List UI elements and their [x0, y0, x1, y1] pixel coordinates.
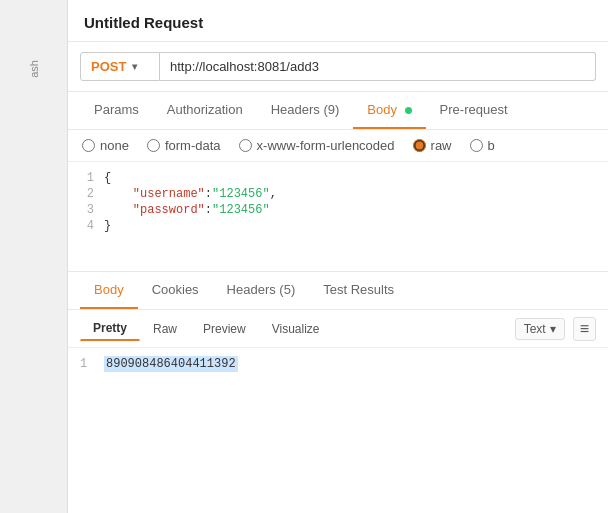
fmt-raw[interactable]: Raw	[140, 317, 190, 341]
response-tabs-row: Body Cookies Headers (5) Test Results	[68, 272, 608, 310]
tab-headers[interactable]: Headers (9)	[257, 92, 354, 129]
tab-body[interactable]: Body	[353, 92, 425, 129]
resp-output-value: 890908486404411392	[104, 356, 238, 372]
tab-pre-request[interactable]: Pre-request	[426, 92, 522, 129]
resp-tab-test-results[interactable]: Test Results	[309, 272, 408, 309]
code-line-3: 3 "password":"123456"	[68, 202, 608, 218]
code-line-4: 4 }	[68, 218, 608, 234]
response-output-row: 1 890908486404411392	[68, 348, 608, 380]
radio-none[interactable]: none	[82, 138, 129, 153]
resp-line-num: 1	[80, 357, 104, 371]
code-editor[interactable]: 1 { 2 "username":"123456", 3 "password":…	[68, 162, 608, 272]
method-dropdown[interactable]: POST ▾	[80, 52, 160, 81]
tabs-row: Params Authorization Headers (9) Body Pr…	[68, 92, 608, 130]
sidebar: ash	[0, 0, 68, 513]
text-format-label: Text	[524, 322, 546, 336]
chevron-down-icon: ▾	[132, 61, 137, 72]
tab-authorization[interactable]: Authorization	[153, 92, 257, 129]
main-content: Untitled Request POST ▾ Params Authoriza…	[68, 0, 608, 380]
body-type-row: none form-data x-www-form-urlencoded raw…	[68, 130, 608, 162]
tab-params[interactable]: Params	[80, 92, 153, 129]
radio-raw[interactable]: raw	[413, 138, 452, 153]
url-row: POST ▾	[68, 42, 608, 92]
resp-tab-body[interactable]: Body	[80, 272, 138, 309]
radio-binary[interactable]: b	[470, 138, 495, 153]
code-line-2: 2 "username":"123456",	[68, 186, 608, 202]
page-title: Untitled Request	[84, 14, 592, 31]
resp-tab-cookies[interactable]: Cookies	[138, 272, 213, 309]
code-line-1: 1 {	[68, 170, 608, 186]
format-row: Pretty Raw Preview Visualize Text ▾ ≡	[68, 310, 608, 348]
fmt-pretty[interactable]: Pretty	[80, 316, 140, 341]
fmt-preview[interactable]: Preview	[190, 317, 259, 341]
radio-form-data[interactable]: form-data	[147, 138, 221, 153]
wrap-icon[interactable]: ≡	[573, 317, 596, 341]
method-label: POST	[91, 59, 126, 74]
resp-tab-headers[interactable]: Headers (5)	[213, 272, 310, 309]
text-format-chevron: ▾	[550, 322, 556, 336]
url-input[interactable]	[160, 52, 596, 81]
title-bar: Untitled Request	[68, 0, 608, 42]
text-format-dropdown[interactable]: Text ▾	[515, 318, 565, 340]
body-active-dot	[405, 107, 412, 114]
app-container: ash Untitled Request POST ▾ Params Autho…	[0, 0, 608, 513]
radio-urlencoded[interactable]: x-www-form-urlencoded	[239, 138, 395, 153]
fmt-visualize[interactable]: Visualize	[259, 317, 333, 341]
sidebar-label: ash	[28, 60, 40, 78]
